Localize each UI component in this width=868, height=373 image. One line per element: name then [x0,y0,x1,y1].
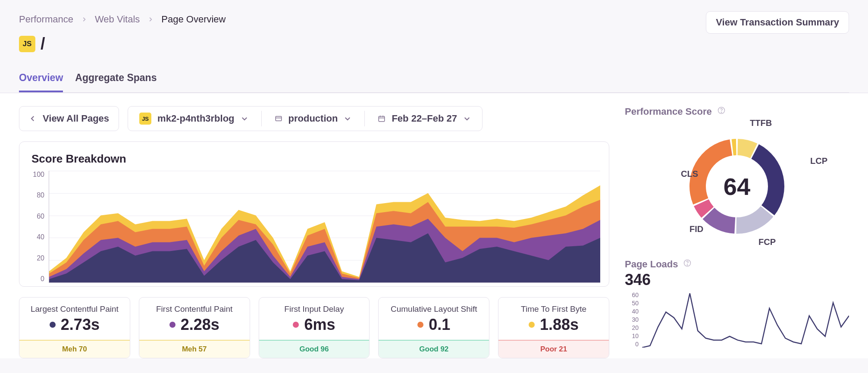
project-select-value: mk2-p4nth3rblog [157,113,234,124]
performance-score-heading: Performance Score [625,106,849,117]
view-all-pages-button[interactable]: View All Pages [19,106,119,131]
vital-status: Meh 57 [139,340,250,358]
tick-label: 100 [33,171,44,179]
series-color-dot [169,322,175,328]
vital-value: 1.88s [540,316,579,334]
breadcrumb-web-vitals[interactable]: Web Vitals [95,14,140,25]
calendar-icon [378,115,385,122]
page-title-row: JS / [19,34,849,53]
tick-label: 20 [37,254,44,262]
chevron-down-icon [241,115,248,122]
score-breakdown-title: Score Breakdown [31,152,600,166]
filter-bar: View All Pages JS mk2-p4nth3rblog produc… [19,106,609,131]
page-body: View All Pages JS mk2-p4nth3rblog produc… [0,93,868,358]
tick-label: 0 [635,341,639,348]
tick-label: 20 [632,324,639,331]
help-icon[interactable] [683,259,692,270]
page-loads-heading: Page Loads [625,259,849,270]
page-loads-value: 346 [625,271,849,289]
vital-name: First Contentful Paint [144,304,245,314]
donut-legend-label: TTFB [750,118,772,128]
tick-label: 40 [37,233,44,241]
breadcrumb-performance[interactable]: Performance [19,14,73,25]
score-breakdown-panel: Score Breakdown 100806040200 [19,141,609,287]
series-color-dot [50,322,56,328]
page-loads-chart[interactable] [642,292,849,348]
svg-point-9 [687,265,688,265]
vital-card[interactable]: First Contentful Paint2.28sMeh 57 [139,297,250,358]
filter-group: JS mk2-p4nth3rblog production Feb 22–Feb… [128,106,483,131]
vitals-cards: Largest Contentful Paint2.73sMeh 70First… [19,297,609,358]
vital-card[interactable]: Time To First Byte1.88sPoor 21 [498,297,609,358]
environment-select-value: production [288,113,338,124]
vital-card[interactable]: First Input Delay6msGood 96 [259,297,370,358]
breadcrumb-current: Page Overview [161,14,226,25]
vital-card[interactable]: Largest Contentful Paint2.73sMeh 70 [19,297,130,358]
tab-aggregate-spans[interactable]: Aggregate Spans [75,72,157,92]
donut-legend-label: CLS [681,169,698,179]
series-color-dot [529,322,535,328]
tick-label: 30 [632,316,639,323]
tick-label: 10 [632,332,639,339]
donut-legend-label: FID [689,224,703,234]
separator [364,111,365,126]
chevron-left-icon [29,115,37,122]
score-breakdown-chart[interactable] [49,171,600,283]
tick-label: 60 [37,213,44,220]
help-icon[interactable] [717,106,726,117]
vital-value: 0.1 [429,316,450,334]
page-title: / [41,34,45,53]
vital-name: Time To First Byte [503,304,605,314]
vital-card[interactable]: Cumulative Layout Shift0.1Good 92 [378,297,489,358]
chevron-down-icon [344,115,351,122]
view-transaction-summary-button[interactable]: View Transaction Summary [706,11,849,34]
chart-y-axis: 6050403020100 [625,292,642,348]
tick-label: 0 [41,275,44,283]
chevron-down-icon [463,115,471,122]
vital-status: Good 96 [259,340,370,358]
performance-score-donut[interactable]: 64 TTFBLCPFCPFIDCLS [625,122,849,251]
vital-value: 6ms [304,316,335,334]
tick-label: 50 [632,300,639,307]
window-icon [275,115,282,122]
vital-name: First Input Delay [263,304,365,314]
page-header: Performance Web Vitals Page Overview Vie… [0,0,868,93]
date-range-select[interactable]: Feb 22–Feb 27 [373,113,475,124]
donut-legend-label: LCP [810,156,827,166]
tick-label: 60 [632,292,639,298]
chevron-right-icon [147,14,154,25]
vital-status: Meh 70 [19,340,130,358]
chevron-right-icon [81,14,87,25]
date-range-value: Feb 22–Feb 27 [392,113,457,124]
svg-rect-2 [379,116,385,122]
separator [261,111,262,126]
vital-status: Good 92 [379,340,489,358]
performance-score-heading-label: Performance Score [625,106,712,117]
page-loads-heading-label: Page Loads [625,259,678,270]
tick-label: 80 [37,191,44,199]
environment-select[interactable]: production [270,113,356,124]
series-color-dot [293,322,299,328]
tab-overview[interactable]: Overview [19,72,63,92]
series-color-dot [417,322,423,328]
chart-y-axis: 100806040200 [28,171,49,283]
vital-status: Poor 21 [498,340,609,358]
project-select[interactable]: JS mk2-p4nth3rblog [135,113,252,125]
project-platform-icon: JS [139,113,151,125]
project-platform-icon: JS [19,36,35,52]
vital-name: Cumulative Layout Shift [383,304,485,314]
vital-name: Largest Contentful Paint [24,304,125,314]
svg-rect-0 [276,116,282,121]
view-all-pages-label: View All Pages [43,113,109,124]
tick-label: 40 [632,308,639,315]
vital-value: 2.28s [181,316,219,334]
svg-point-7 [721,112,721,113]
donut-legend-label: FCP [758,237,776,247]
vital-value: 2.73s [61,316,100,334]
tab-bar: Overview Aggregate Spans [19,72,849,93]
